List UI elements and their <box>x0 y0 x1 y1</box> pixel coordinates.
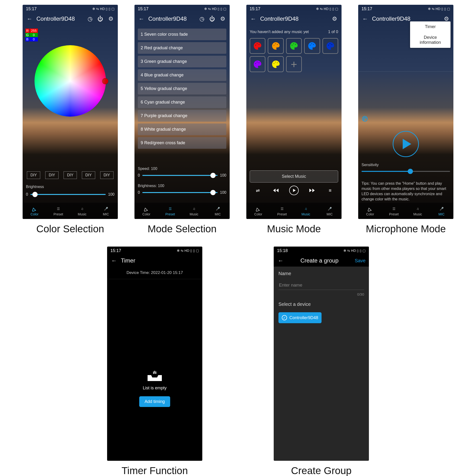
tab-preset[interactable]: ☰Preset <box>46 203 70 219</box>
music-empty-msg: You haven't added any music yet <box>250 30 309 34</box>
next-icon[interactable] <box>307 186 317 195</box>
tab-mic[interactable]: 🎤MIC <box>430 203 453 219</box>
color-wheel[interactable] <box>34 45 106 117</box>
palette-item[interactable] <box>250 56 265 72</box>
diy-slot[interactable]: DIY <box>27 171 40 179</box>
tab-color[interactable]: Color <box>135 203 158 219</box>
preset-item[interactable]: 5 Yellow gradual change <box>138 83 226 95</box>
tab-mic[interactable]: 🎤MIC <box>94 203 118 219</box>
tab-preset[interactable]: ☰Preset <box>382 203 406 219</box>
slider-thumb[interactable] <box>210 190 216 195</box>
preset-item[interactable]: 3 Green gradual change <box>138 56 226 67</box>
screen-group: 15:18✻ ⇆ HD ▯ ▯ ▢ ← Create a group Save … <box>274 247 369 461</box>
save-button[interactable]: Save <box>355 258 366 263</box>
power-icon[interactable]: ⏻ <box>209 15 216 22</box>
svg-point-15 <box>255 63 256 64</box>
palette-add[interactable]: + <box>286 56 302 72</box>
preset-item[interactable]: 2 Red gradual change <box>138 42 226 54</box>
svg-point-23 <box>365 118 366 119</box>
diy-slot[interactable]: DIY <box>45 171 59 179</box>
timer-icon[interactable]: ◷ <box>86 15 94 22</box>
back-icon[interactable]: ← <box>110 257 118 264</box>
add-timing-button[interactable]: Add timing <box>139 396 170 407</box>
rgb-indicator: R255 G0 B0 <box>25 29 38 41</box>
device-chip[interactable]: ✓ Controller9D48 <box>278 312 322 323</box>
tab-color[interactable]: Color <box>23 203 46 219</box>
preset-item[interactable]: 1 Seven color cross fade <box>138 29 226 40</box>
tab-music[interactable]: ♫Music <box>406 203 430 219</box>
svg-point-10 <box>311 43 312 44</box>
mic-play-button[interactable] <box>393 131 419 157</box>
back-icon[interactable]: ← <box>138 15 145 22</box>
svg-point-11 <box>313 44 314 45</box>
back-icon[interactable]: ← <box>361 15 369 22</box>
palette-icon[interactable] <box>361 116 368 123</box>
empty-label: List is empty <box>143 386 167 391</box>
inbox-icon <box>146 370 163 382</box>
preset-item[interactable]: 9 Red/green cross fade <box>138 137 226 149</box>
back-icon[interactable]: ← <box>26 15 33 22</box>
preset-list[interactable]: 1 Seven color cross fade2 Red gradual ch… <box>138 29 226 167</box>
svg-point-8 <box>295 44 296 45</box>
svg-point-2 <box>258 44 260 45</box>
color-picker-handle[interactable] <box>102 78 108 84</box>
preset-item[interactable]: 4 Blue gradual change <box>138 69 226 81</box>
svg-point-1 <box>256 43 258 44</box>
sensitivity-slider[interactable] <box>361 171 450 172</box>
select-music-button[interactable]: Select Music <box>250 170 338 183</box>
tab-mic[interactable]: 🎤MIC <box>206 203 230 219</box>
preset-item[interactable]: 8 White gradual change <box>138 123 226 135</box>
group-title: Create a group <box>288 257 351 264</box>
settings-icon[interactable]: ⚙ <box>219 15 226 22</box>
device-time: Device Time: 2022-01-20 15:17 <box>107 267 202 279</box>
tab-color[interactable]: Color <box>246 203 270 219</box>
palette-item[interactable] <box>268 56 284 72</box>
timer-icon[interactable]: ◷ <box>198 15 205 22</box>
palette-item[interactable] <box>304 38 320 54</box>
music-count: 1 of 0 <box>328 30 338 34</box>
tab-music[interactable]: ♫Music <box>294 203 318 219</box>
slider-thumb[interactable] <box>32 192 38 197</box>
palette-item[interactable] <box>250 38 265 54</box>
tab-preset[interactable]: ☰Preset <box>158 203 182 219</box>
back-icon[interactable]: ← <box>277 257 284 264</box>
tab-mic[interactable]: 🎤MIC <box>318 203 341 219</box>
diy-slot[interactable]: DIY <box>64 171 77 179</box>
palette-grid: + <box>250 38 338 72</box>
slider-thumb[interactable] <box>210 173 216 178</box>
speed-slider[interactable] <box>142 175 218 176</box>
play-button[interactable] <box>289 186 299 195</box>
brightness-slider[interactable] <box>142 192 218 193</box>
diy-row: DIY DIY DIY DIY DIY <box>23 171 118 179</box>
tab-preset[interactable]: ☰Preset <box>270 203 294 219</box>
palette-item[interactable] <box>268 38 284 54</box>
settings-icon[interactable]: ⚙ <box>331 15 338 22</box>
tab-music[interactable]: ♫Music <box>70 203 94 219</box>
settings-icon[interactable]: ⚙ <box>107 15 115 22</box>
brightness-slider[interactable] <box>31 194 106 195</box>
svg-point-7 <box>293 43 294 44</box>
power-icon[interactable]: ⏻ <box>97 15 104 22</box>
shuffle-icon[interactable]: ⇌ <box>253 186 262 195</box>
prev-icon[interactable] <box>271 186 281 195</box>
palette-item[interactable] <box>286 38 302 54</box>
palette-item[interactable] <box>323 38 338 54</box>
group-name-input[interactable]: Enter name <box>278 281 364 290</box>
preset-item[interactable]: 6 Cyan gradual change <box>138 96 226 108</box>
slider-thumb[interactable] <box>408 169 413 174</box>
diy-slot[interactable]: DIY <box>100 171 114 179</box>
tab-color[interactable]: Color <box>358 203 382 219</box>
svg-point-4 <box>275 43 276 44</box>
svg-point-5 <box>277 44 278 45</box>
back-icon[interactable]: ← <box>250 15 257 22</box>
dropdown-timer[interactable]: Timer <box>410 21 451 32</box>
tab-music[interactable]: ♫Music <box>182 203 206 219</box>
dropdown-device-info[interactable]: Device information <box>410 32 451 48</box>
speed-label: Speed: 100 <box>138 167 157 171</box>
screen-color: 15:17 ✻ ⇆ HD ▯ ▯ ▢ ← Controller9D48 ◷ ⏻ … <box>23 5 118 219</box>
svg-point-21 <box>362 116 368 121</box>
preset-item[interactable]: 7 Purple gradual change <box>138 110 226 122</box>
diy-slot[interactable]: DIY <box>82 171 95 179</box>
playlist-icon[interactable]: ≡ <box>325 186 335 195</box>
svg-point-0 <box>255 45 256 46</box>
